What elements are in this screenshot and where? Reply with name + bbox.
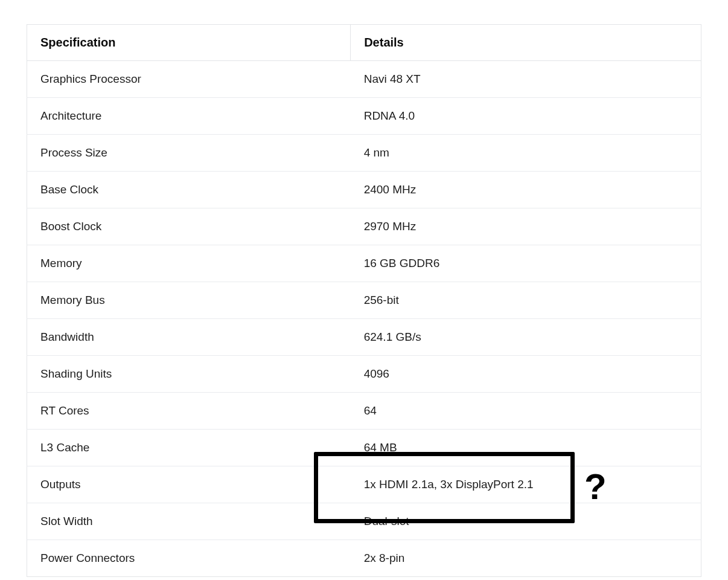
spec-label: Power Connectors [27,540,351,577]
spec-value: 4 nm [351,135,701,172]
spec-label: Shading Units [27,356,351,393]
table-row: Shading Units 4096 [27,356,701,393]
table-row: Memory 16 GB GDDR6 [27,245,701,282]
spec-label: Graphics Processor [27,61,351,98]
table-row: Process Size 4 nm [27,135,701,172]
header-details: Details [351,25,701,61]
spec-value: 2970 MHz [351,208,701,245]
spec-value: 16 GB GDDR6 [351,245,701,282]
table-row: Base Clock 2400 MHz [27,172,701,208]
table-row: Bandwidth 624.1 GB/s [27,319,701,356]
table-row: RT Cores 64 [27,393,701,430]
spec-value: 2400 MHz [351,172,701,208]
spec-table-body: Graphics Processor Navi 48 XT Architectu… [27,61,701,577]
table-row: Architecture RDNA 4.0 [27,98,701,135]
table-row: Outputs 1x HDMI 2.1a, 3x DisplayPort 2.1 [27,466,701,503]
spec-label: L3 Cache [27,430,351,466]
spec-value: 1x HDMI 2.1a, 3x DisplayPort 2.1 [351,466,701,503]
spec-label: Memory Bus [27,282,351,319]
table-row: L3 Cache 64 MB [27,430,701,466]
spec-label: Slot Width [27,503,351,540]
spec-label: Bandwidth [27,319,351,356]
spec-value: 624.1 GB/s [351,319,701,356]
spec-value: 64 MB [351,430,701,466]
spec-value: 256-bit [351,282,701,319]
table-row: Power Connectors 2x 8-pin [27,540,701,577]
spec-label: Memory [27,245,351,282]
spec-value: 4096 [351,356,701,393]
spec-label: Base Clock [27,172,351,208]
spec-value: RDNA 4.0 [351,98,701,135]
table-row: Slot Width Dual-slot [27,503,701,540]
spec-value: 64 [351,393,701,430]
spec-label: Architecture [27,98,351,135]
spec-value: Navi 48 XT [351,61,701,98]
table-row: Graphics Processor Navi 48 XT [27,61,701,98]
spec-label: Process Size [27,135,351,172]
spec-value: Dual-slot [351,503,701,540]
header-spec: Specification [27,25,351,61]
spec-label: Boost Clock [27,208,351,245]
spec-label: Outputs [27,466,351,503]
spec-table: Specification Details Graphics Processor… [27,24,701,577]
spec-label: RT Cores [27,393,351,430]
table-row: Memory Bus 256-bit [27,282,701,319]
table-row: Boost Clock 2970 MHz [27,208,701,245]
spec-value: 2x 8-pin [351,540,701,577]
